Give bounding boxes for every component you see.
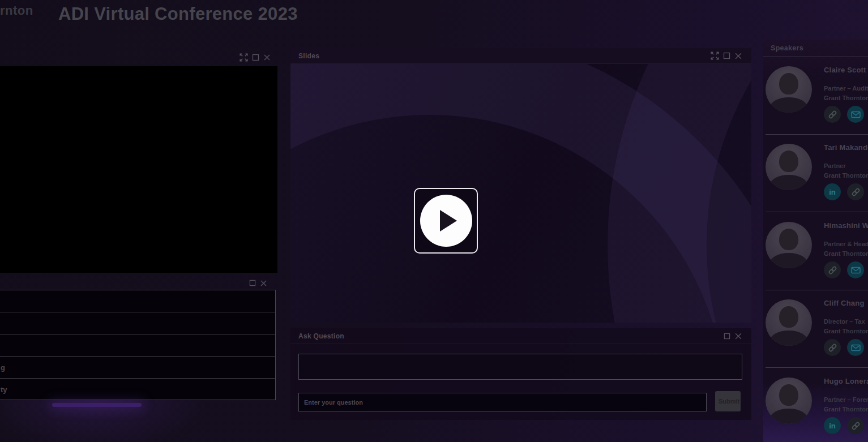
- divider: [766, 290, 868, 290]
- list-item-label: g: [1, 363, 5, 372]
- ask-question-panel: Ask Question Submit: [290, 328, 751, 420]
- horizontal-scrollbar[interactable]: [52, 403, 142, 407]
- email-icon[interactable]: [847, 339, 864, 356]
- close-icon[interactable]: [260, 280, 267, 287]
- speaker-name: Hugo Lonera: [824, 377, 868, 385]
- speaker-company: Grant Thornton: [824, 406, 868, 413]
- question-feed: [298, 354, 742, 380]
- restore-icon[interactable]: [252, 54, 259, 61]
- speaker-role: Partner & Head: [824, 241, 868, 247]
- speaker-role: Partner: [824, 162, 846, 169]
- speakers-panel: Speakers Claire Scott Partner – Audit Gr…: [763, 40, 868, 442]
- link-icon[interactable]: [824, 261, 841, 278]
- list-item[interactable]: ty: [0, 379, 275, 401]
- avatar: [766, 377, 812, 424]
- email-icon[interactable]: [847, 106, 864, 123]
- speaker-company: Grant Thornton: [824, 95, 868, 101]
- divider: [766, 367, 868, 368]
- speaker-card: Hugo Lonera Partner – Foren Grant Thornt…: [763, 374, 868, 442]
- list-item-label: ty: [1, 385, 7, 394]
- linkedin-icon[interactable]: in: [824, 417, 841, 434]
- speakers-header: Speakers: [763, 40, 868, 57]
- avatar: [766, 222, 812, 268]
- restore-icon[interactable]: [249, 280, 256, 286]
- avatar: [766, 144, 812, 190]
- play-icon: [420, 195, 472, 247]
- speaker-company: Grant Thornton: [824, 172, 868, 179]
- list-panel-header: [0, 276, 276, 290]
- speaker-name: Tari Makande: [824, 143, 868, 152]
- restore-icon[interactable]: [723, 52, 730, 59]
- question-input[interactable]: [298, 393, 707, 411]
- email-icon[interactable]: [847, 261, 864, 278]
- speakers-title: Speakers: [771, 44, 803, 52]
- grant-thornton-logo: rnton: [0, 3, 33, 18]
- avatar: [766, 299, 812, 346]
- link-icon[interactable]: [847, 183, 864, 200]
- restore-icon[interactable]: [724, 333, 730, 340]
- expand-icon[interactable]: [711, 52, 719, 60]
- close-icon[interactable]: [734, 52, 742, 60]
- speaker-company: Grant Thornton: [824, 250, 868, 257]
- speaker-name: Himashini W: [824, 221, 868, 230]
- slides-panel-header: Slides: [290, 48, 751, 64]
- speaker-role: Partner – Audit: [824, 85, 868, 92]
- list-item[interactable]: g: [0, 357, 275, 379]
- session-list: g ty: [0, 290, 276, 400]
- linkedin-icon[interactable]: in: [824, 183, 841, 200]
- ask-question-header: Ask Question: [290, 328, 751, 344]
- ask-question-title: Ask Question: [298, 332, 344, 340]
- session-list-panel: g ty: [0, 276, 276, 401]
- speaker-role: Director – Tax: [824, 318, 865, 325]
- submit-question-button[interactable]: Submit: [715, 391, 741, 411]
- speaker-company: Grant Thornton: [824, 328, 868, 334]
- list-item[interactable]: [0, 312, 275, 334]
- video-stream[interactable]: [0, 66, 277, 273]
- speaker-card: Himashini W Partner & Head Grant Thornto…: [763, 218, 868, 295]
- page-title: ADI Virtual Conference 2023: [58, 4, 298, 24]
- link-icon[interactable]: [824, 106, 841, 123]
- speaker-role: Partner – Foren: [824, 396, 868, 403]
- link-icon[interactable]: [847, 417, 864, 434]
- video-panel: [0, 48, 277, 273]
- speaker-card: Claire Scott Partner – Audit Grant Thorn…: [763, 62, 868, 140]
- slides-panel-title: Slides: [298, 52, 319, 60]
- close-icon[interactable]: [734, 332, 742, 340]
- divider: [766, 134, 868, 135]
- list-item[interactable]: [0, 334, 275, 357]
- speaker-name: Cliff Chang: [824, 299, 865, 307]
- speaker-card: Cliff Chang Director – Tax Grant Thornto…: [763, 295, 868, 373]
- link-icon[interactable]: [824, 339, 841, 356]
- play-button[interactable]: [414, 188, 478, 254]
- divider: [766, 212, 868, 212]
- video-panel-header: [0, 48, 277, 66]
- slides-viewer: [290, 64, 751, 323]
- expand-icon[interactable]: [240, 53, 248, 62]
- close-icon[interactable]: [263, 54, 271, 61]
- speaker-card: Tari Makande Partner Grant Thornton in: [763, 140, 868, 217]
- avatar: [766, 66, 812, 113]
- slides-panel: Slides: [290, 48, 751, 323]
- speaker-name: Claire Scott: [824, 66, 866, 74]
- list-item[interactable]: [0, 290, 275, 312]
- conference-page: rnton ADI Virtual Conference 2023 g ty: [0, 0, 868, 442]
